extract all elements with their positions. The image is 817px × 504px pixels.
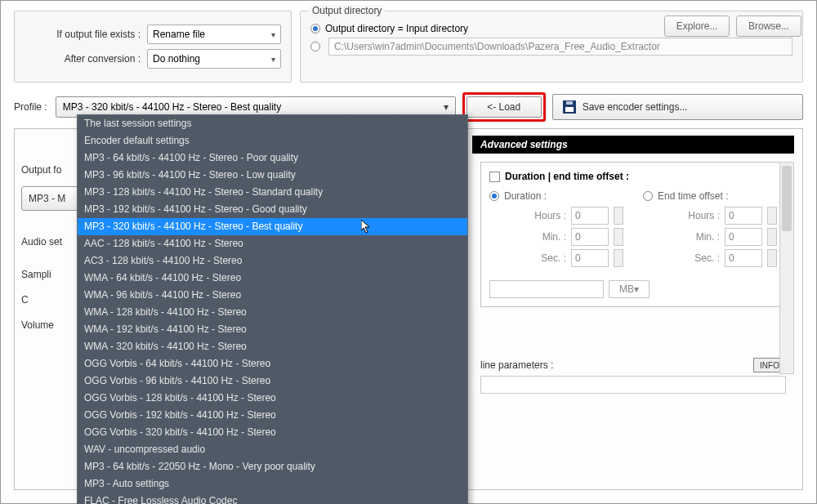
- dur-sec-label: Sec. :: [541, 252, 566, 264]
- end-hours-label: Hours :: [688, 210, 720, 221]
- outdir-buttons: Explore... Browse...: [664, 16, 801, 37]
- cmdline-params-row: line parameters : INFO: [480, 358, 786, 372]
- if-exists-label: If output file exists :: [25, 29, 147, 40]
- end-sec-label: Sec. :: [694, 252, 720, 264]
- dur-sec-spin[interactable]: [614, 249, 623, 267]
- outdir-same-radio[interactable]: [310, 24, 320, 33]
- if-exists-combo[interactable]: Rename file: [147, 25, 281, 44]
- profile-option[interactable]: WAV - uncompressed audio: [78, 441, 467, 458]
- cursor-icon: [361, 220, 371, 234]
- dur-hours-spin[interactable]: [614, 207, 623, 225]
- profile-option[interactable]: WMA - 96 kbit/s - 44100 Hz - Stereo: [78, 287, 467, 304]
- size-unit-combo[interactable]: MB ▾: [609, 280, 650, 298]
- load-highlight: <- Load: [462, 92, 546, 122]
- end-min-label: Min. :: [696, 231, 720, 243]
- profile-dropdown[interactable]: The last session settingsEncoder default…: [77, 114, 468, 504]
- profile-option[interactable]: OGG Vorbis - 192 kbit/s - 44100 Hz - Ste…: [78, 407, 467, 424]
- endtime-label: End time offset :: [658, 190, 729, 202]
- end-hours-spin[interactable]: [767, 207, 777, 225]
- profile-option[interactable]: OGG Vorbis - 64 kbit/s - 44100 Hz - Ster…: [78, 355, 467, 372]
- outdir-same-label: Output directory = Input directory: [325, 23, 468, 34]
- floppy-icon: [563, 100, 576, 114]
- cmdline-params-input[interactable]: [480, 376, 786, 394]
- duration-checkbox[interactable]: [489, 172, 500, 182]
- advanced-settings-panel: Duration | end time offset : Duration : …: [480, 162, 786, 307]
- profile-option[interactable]: MP3 - 64 kbit/s - 22050 Hz - Mono - Very…: [78, 458, 467, 475]
- app-window: If output file exists : Rename file Afte…: [0, 0, 817, 504]
- outdir-custom-radio[interactable]: [310, 42, 320, 51]
- if-exists-value: Rename file: [153, 29, 205, 40]
- profile-value: MP3 - 320 kbit/s - 44100 Hz - Stereo - B…: [63, 101, 281, 113]
- duration-label: Duration :: [504, 190, 547, 202]
- profile-option[interactable]: AAC - 128 kbit/s - 44100 Hz - Stereo: [78, 235, 467, 252]
- dur-min-label: Min. :: [542, 231, 566, 243]
- profile-option[interactable]: WMA - 64 kbit/s - 44100 Hz - Stereo: [78, 270, 467, 287]
- save-encoder-label: Save encoder settings...: [583, 101, 688, 113]
- advanced-scrollbar[interactable]: [779, 162, 794, 374]
- browse-button[interactable]: Browse...: [736, 16, 801, 37]
- endtime-column: End time offset : Hours :0 Min. :0 Sec. …: [643, 190, 777, 270]
- dur-min-spin[interactable]: [614, 228, 623, 246]
- cmdline-params-label: line parameters :: [480, 359, 553, 371]
- dur-sec-input[interactable]: 0: [571, 249, 609, 267]
- file-handling-panel: If output file exists : Rename file Afte…: [14, 11, 292, 83]
- profile-option[interactable]: MP3 - 128 kbit/s - 44100 Hz - Stereo - S…: [78, 184, 467, 201]
- profile-option[interactable]: FLAC - Free Lossless Audio Codec: [78, 493, 467, 504]
- profile-option[interactable]: MP3 - 96 kbit/s - 44100 Hz - Stereo - Lo…: [78, 167, 467, 184]
- profile-option[interactable]: WMA - 192 kbit/s - 44100 Hz - Stereo: [78, 321, 467, 338]
- profile-option[interactable]: MP3 - 64 kbit/s - 44100 Hz - Stereo - Po…: [78, 149, 467, 167]
- profile-label: Profile :: [14, 101, 47, 113]
- dur-min-input[interactable]: 0: [571, 228, 609, 246]
- profile-option[interactable]: OGG Vorbis - 128 kbit/s - 44100 Hz - Ste…: [78, 390, 467, 407]
- duration-radio[interactable]: [489, 191, 499, 201]
- explore-button[interactable]: Explore...: [664, 16, 730, 37]
- advanced-settings-header: Advanced settings: [472, 136, 794, 154]
- profile-option[interactable]: OGG Vorbis - 96 kbit/s - 44100 Hz - Ster…: [78, 372, 467, 390]
- after-conversion-combo[interactable]: Do nothing: [147, 49, 281, 69]
- duration-section-title: Duration | end time offset :: [505, 171, 629, 182]
- output-directory-title: Output directory: [309, 5, 385, 16]
- dur-hours-input[interactable]: 0: [571, 207, 609, 225]
- after-conversion-value: Do nothing: [153, 53, 200, 65]
- profile-option[interactable]: MP3 - 192 kbit/s - 44100 Hz - Stereo - G…: [78, 201, 467, 218]
- profile-option[interactable]: The last session settings: [78, 115, 467, 132]
- profile-option[interactable]: WMA - 320 kbit/s - 44100 Hz - Stereo: [78, 338, 467, 355]
- profile-option[interactable]: AC3 - 128 kbit/s - 44100 Hz - Stereo: [78, 252, 467, 270]
- profile-option[interactable]: OGG Vorbis - 320 kbit/s - 44100 Hz - Ste…: [78, 424, 467, 441]
- duration-column: Duration : Hours :0 Min. :0 Sec. :0: [489, 190, 623, 270]
- profile-option[interactable]: WMA - 128 kbit/s - 44100 Hz - Stereo: [78, 304, 467, 321]
- load-button[interactable]: <- Load: [467, 96, 542, 118]
- end-min-spin[interactable]: [767, 228, 777, 246]
- outdir-path-value: C:\Users\win7admin\Documents\Downloads\P…: [334, 41, 660, 52]
- end-sec-input[interactable]: 0: [725, 249, 762, 267]
- after-conversion-label: After conversion :: [25, 53, 147, 65]
- save-encoder-button[interactable]: Save encoder settings...: [552, 94, 803, 120]
- end-hours-input[interactable]: 0: [725, 207, 762, 225]
- end-min-input[interactable]: 0: [725, 228, 762, 246]
- endtime-radio[interactable]: [643, 191, 653, 201]
- profile-option[interactable]: Encoder default settings: [78, 132, 467, 149]
- outdir-path-input[interactable]: C:\Users\win7admin\Documents\Downloads\P…: [328, 38, 792, 56]
- profile-option[interactable]: MP3 - Auto settings: [78, 475, 467, 493]
- scrollbar-thumb[interactable]: [782, 166, 792, 231]
- dur-hours-label: Hours :: [534, 210, 566, 221]
- size-input[interactable]: [489, 280, 604, 298]
- end-sec-spin[interactable]: [767, 249, 777, 267]
- profile-option[interactable]: MP3 - 320 kbit/s - 44100 Hz - Stereo - B…: [78, 218, 467, 235]
